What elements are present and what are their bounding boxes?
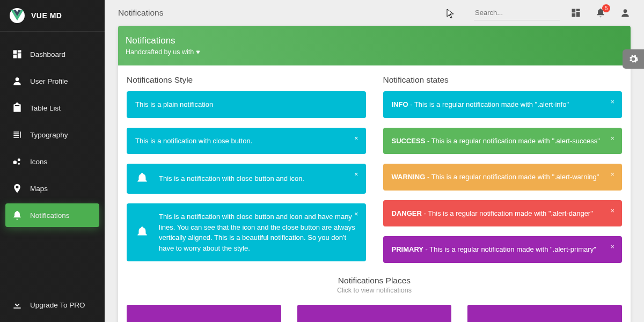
alert-text: This is a notification with close button… xyxy=(159,173,357,184)
style-title: Notifications Style xyxy=(127,75,366,85)
sidebar-item-label: User Profile xyxy=(30,77,68,85)
gear-icon xyxy=(628,54,639,64)
card-subtitle: Handcrafted by us with ♥ xyxy=(126,48,623,56)
sidebar-item-label: Notifications xyxy=(30,211,70,219)
style-column: Notifications Style This is a plain noti… xyxy=(127,75,366,273)
card-title: Notifications xyxy=(126,35,623,46)
sidebar-item-maps[interactable]: Maps xyxy=(5,177,99,200)
card-header: Notifications Handcrafted by us with ♥ xyxy=(118,26,631,65)
places-section: Notifications Places Click to view notif… xyxy=(127,276,622,323)
sidebar-item-notifications[interactable]: Notifications xyxy=(5,203,99,227)
alert-state-info: INFO - This is a regular notification ma… xyxy=(383,91,623,118)
add-alert-icon xyxy=(135,225,149,239)
bubble-chart-icon xyxy=(12,156,23,167)
sidebar: VUE MD Dashboard User Profile Table List… xyxy=(0,0,105,322)
close-icon[interactable]: × xyxy=(354,134,358,142)
badge-count: 5 xyxy=(602,4,610,12)
alert-text: This is a notification with close button… xyxy=(135,136,357,147)
topbar: Notifications 5 xyxy=(105,0,644,26)
alert-icon-close: This is a notification with close button… xyxy=(127,164,366,194)
alert-text: INFO - This is a regular notification ma… xyxy=(392,99,614,110)
alert-state-warning: WARNING - This is a regular notification… xyxy=(383,164,623,191)
page-title: Notifications xyxy=(118,8,163,18)
clipboard-icon xyxy=(12,103,23,113)
notifications-icon[interactable]: 5 xyxy=(595,8,606,18)
states-title: Notification states xyxy=(383,75,623,85)
alert-state-danger: DANGER - This is a regular notification … xyxy=(383,200,623,227)
alert-state-success: SUCCESS - This is a regular notification… xyxy=(383,128,623,155)
sidebar-bottom: Upgrade To PRO xyxy=(0,288,105,322)
sidebar-item-label: Maps xyxy=(30,185,48,193)
apps-icon[interactable] xyxy=(570,8,581,18)
close-icon[interactable]: × xyxy=(354,210,358,218)
alert-text: This is a notification with close button… xyxy=(159,211,357,253)
svg-point-0 xyxy=(16,77,19,81)
alert-multiline: This is a notification with close button… xyxy=(127,203,366,261)
download-icon xyxy=(12,299,23,310)
close-icon[interactable]: × xyxy=(610,207,614,215)
dashboard-icon xyxy=(12,49,23,60)
brand[interactable]: VUE MD xyxy=(0,0,105,32)
places-title: Notifications Places xyxy=(127,276,622,286)
alert-closeable: This is a notification with close button… xyxy=(127,128,366,155)
alert-text: SUCCESS - This is a regular notification… xyxy=(392,136,614,147)
sidebar-item-icons[interactable]: Icons xyxy=(5,150,99,173)
states-column: Notification states INFO - This is a reg… xyxy=(383,75,623,273)
bell-icon xyxy=(12,210,23,221)
sidebar-item-user-profile[interactable]: User Profile xyxy=(5,69,99,93)
sidebar-item-dashboard[interactable]: Dashboard xyxy=(5,42,99,66)
sidebar-item-upgrade[interactable]: Upgrade To PRO xyxy=(5,293,99,317)
heart-icon: ♥ xyxy=(196,48,200,56)
sidebar-item-label: Icons xyxy=(30,158,47,166)
close-icon[interactable]: × xyxy=(610,243,614,251)
brand-logo-icon xyxy=(10,8,25,23)
alert-text: This is a plain notification xyxy=(135,99,357,110)
places-subtitle: Click to view notifications xyxy=(127,287,622,294)
sidebar-nav: Dashboard User Profile Table List Typogr… xyxy=(0,32,105,288)
alert-text: DANGER - This is a regular notification … xyxy=(392,208,614,219)
svg-point-4 xyxy=(624,9,627,13)
person-icon xyxy=(12,76,23,86)
close-icon[interactable]: × xyxy=(354,170,358,178)
alert-text: PRIMARY - This is a regular notification… xyxy=(392,244,614,255)
library-icon xyxy=(12,129,23,140)
place-button-3[interactable] xyxy=(467,305,622,323)
account-icon[interactable] xyxy=(620,8,631,18)
card: Notifications Handcrafted by us with ♥ N… xyxy=(118,26,631,322)
location-icon xyxy=(12,183,23,194)
close-icon[interactable]: × xyxy=(610,98,614,106)
close-icon[interactable]: × xyxy=(610,134,614,142)
search-input[interactable] xyxy=(474,5,560,20)
sidebar-item-label: Upgrade To PRO xyxy=(30,301,85,309)
add-alert-icon xyxy=(135,172,149,186)
brand-text: VUE MD xyxy=(31,11,62,20)
sidebar-item-label: Table List xyxy=(30,104,61,112)
alert-text: WARNING - This is a regular notification… xyxy=(392,172,614,182)
alert-state-primary: PRIMARY - This is a regular notification… xyxy=(383,236,623,263)
sidebar-item-label: Dashboard xyxy=(30,50,65,58)
svg-point-1 xyxy=(13,160,17,164)
settings-fab[interactable] xyxy=(623,49,644,69)
svg-point-3 xyxy=(18,163,20,165)
svg-point-2 xyxy=(18,158,20,161)
place-button-1[interactable] xyxy=(127,305,281,323)
close-icon[interactable]: × xyxy=(610,170,614,178)
alert-plain: This is a plain notification xyxy=(127,91,366,118)
sidebar-item-label: Typography xyxy=(30,131,68,139)
sidebar-item-typography[interactable]: Typography xyxy=(5,123,99,147)
main: Notifications 5 Notifications Handcrafte… xyxy=(105,0,644,322)
place-button-2[interactable] xyxy=(297,305,452,323)
sidebar-item-table-list[interactable]: Table List xyxy=(5,96,99,120)
